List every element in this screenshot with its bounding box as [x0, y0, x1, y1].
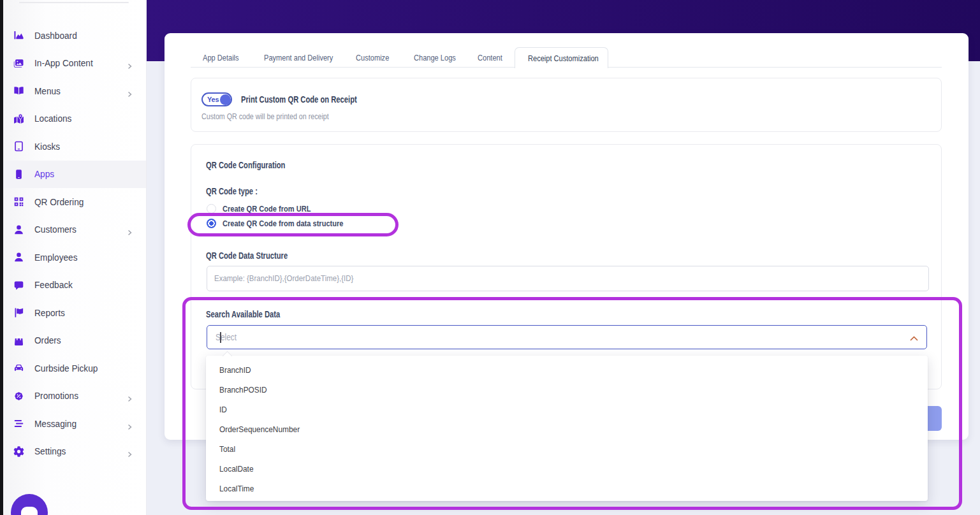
tab-receipt-customization[interactable]: Receipt Customization [515, 47, 608, 68]
chevron-right-icon [127, 88, 133, 94]
in-app-content-icon [13, 57, 24, 69]
sidebar-item-curbside-pickup[interactable]: Curbside Pickup [3, 354, 146, 382]
chevron-right-icon [127, 61, 133, 66]
dashboard-icon [13, 30, 24, 41]
sidebar-item-customers[interactable]: Customers [3, 216, 146, 244]
dropdown-option-branchid[interactable]: BranchID [206, 360, 928, 380]
radio-label: Create QR Code from URL [223, 204, 311, 214]
sidebar-item-promotions[interactable]: Promotions [3, 382, 146, 410]
feedback-icon [13, 279, 24, 291]
sidebar-item-in-app-content[interactable]: In-App Content [3, 50, 146, 78]
qr-data-structure-input[interactable] [207, 266, 929, 291]
search-available-data-label: Search Available Data [206, 310, 298, 319]
radio-create-qr-from-url[interactable]: Create QR Code from URL [207, 204, 330, 214]
sidebar-item-label: Reports [34, 307, 65, 319]
messaging-icon [13, 418, 24, 430]
employees-icon [13, 252, 24, 263]
search-data-dropdown: BranchID BranchPOSID ID OrderSequenceNum… [206, 356, 928, 501]
orders-icon [13, 335, 24, 346]
sidebar-item-kiosks[interactable]: Kiosks [3, 133, 146, 161]
qr-config-heading: QR Code Configuration [206, 161, 305, 170]
kiosks-icon [13, 141, 24, 152]
chat-bubble-icon [21, 507, 38, 515]
tab-payment-and-delivery[interactable]: Payment and Delivery [264, 47, 348, 68]
dropdown-option-total[interactable]: Total [206, 439, 928, 459]
sidebar-item-label: QR Ordering [34, 196, 84, 208]
sidebar-item-label: Kiosks [34, 141, 60, 152]
toggle-state-label: Yes [207, 96, 219, 104]
chevron-right-icon [127, 227, 133, 233]
qr-code-configuration-section: QR Code Configuration QR Code type : Cre… [191, 144, 942, 389]
sidebar-item-qr-ordering[interactable]: QR Ordering [3, 188, 146, 216]
dropdown-option-branchposid[interactable]: BranchPOSID [206, 380, 928, 400]
chevron-right-icon [127, 449, 133, 454]
sidebar-item-menus[interactable]: Menus [3, 77, 146, 105]
dropdown-option-localtime[interactable]: LocalTime [206, 479, 928, 498]
text-caret [220, 332, 221, 343]
sidebar-item-feedback[interactable]: Feedback [3, 272, 146, 300]
dropdown-option-id[interactable]: ID [206, 400, 928, 419]
sidebar-item-settings[interactable]: Settings [3, 438, 146, 466]
qr-type-label: QR Code type : [206, 187, 270, 196]
tab-label: Payment and Delivery [264, 53, 333, 62]
sidebar-item-label: Feedback [34, 279, 73, 291]
qr-data-structure-label: QR Code Data Structure [206, 251, 308, 261]
search-available-data-select[interactable]: Select [207, 325, 927, 349]
qr-ordering-icon [13, 196, 24, 208]
sidebar-item-label: Curbside Pickup [34, 363, 98, 374]
radio-label: Create QR Code from data structure [223, 219, 343, 228]
print-qr-toggle[interactable]: Yes [201, 92, 232, 106]
locations-icon [13, 113, 24, 124]
tab-label: App Details [203, 53, 239, 62]
reports-icon [13, 307, 24, 319]
toggle-knob [220, 94, 231, 105]
menus-icon [13, 85, 24, 97]
radio-button-selected-icon[interactable] [207, 219, 216, 228]
chevron-up-icon[interactable] [910, 333, 918, 341]
apps-icon [13, 168, 24, 180]
sidebar-item-orders[interactable]: Orders [3, 327, 146, 355]
tab-app-details[interactable]: App Details [203, 47, 247, 68]
sidebar-item-label: Promotions [34, 390, 78, 402]
sidebar-item-label: Orders [34, 335, 61, 346]
tab-bar: App Details Payment and Delivery Customi… [191, 47, 942, 68]
sidebar-item-label: In-App Content [34, 57, 93, 69]
main-area: App Details Payment and Delivery Customi… [147, 0, 980, 515]
sidebar-item-reports[interactable]: Reports [3, 299, 146, 327]
print-qr-description: Custom QR code will be printed on receip… [201, 112, 357, 121]
sidebar-item-apps[interactable]: Apps [3, 161, 146, 189]
radio-button-icon[interactable] [207, 204, 216, 214]
tab-label: Receipt Customization [528, 54, 599, 63]
tab-content[interactable]: Content [478, 47, 508, 68]
radio-create-qr-from-data-structure[interactable]: Create QR Code from data structure [207, 219, 370, 228]
curbside-pickup-icon [13, 363, 24, 374]
customers-icon [13, 224, 24, 235]
tab-customize[interactable]: Customize [356, 47, 397, 68]
sidebar-top-divider [19, 2, 129, 3]
sidebar-item-locations[interactable]: Locations [3, 105, 146, 133]
select-placeholder: Select [216, 333, 240, 342]
chevron-right-icon [127, 421, 133, 426]
sidebar-item-label: Settings [34, 446, 66, 457]
sidebar-item-label: Apps [34, 168, 54, 180]
sidebar-nav: Dashboard In-App Content Menus Loc [3, 22, 146, 465]
sidebar-item-label: Menus [34, 85, 61, 97]
print-qr-title: Print Custom QR Code on Receipt [241, 95, 386, 105]
sidebar-item-dashboard[interactable]: Dashboard [3, 22, 146, 50]
tab-label: Change Logs [414, 53, 456, 62]
left-edge-strip [0, 0, 3, 515]
promotions-icon [13, 390, 24, 402]
chevron-right-icon [127, 393, 133, 399]
sidebar-item-label: Customers [34, 224, 77, 235]
dropdown-option-localdate[interactable]: LocalDate [206, 459, 928, 479]
sidebar: Dashboard In-App Content Menus Loc [3, 0, 147, 515]
tab-change-logs[interactable]: Change Logs [414, 47, 465, 68]
tab-label: Content [478, 53, 502, 62]
dropdown-option-ordersequencenumber[interactable]: OrderSequenceNumber [206, 419, 928, 439]
sidebar-item-label: Dashboard [34, 30, 77, 41]
sidebar-item-messaging[interactable]: Messaging [3, 410, 146, 438]
tab-label: Customize [356, 53, 389, 62]
sidebar-item-label: Messaging [34, 418, 77, 430]
sidebar-item-employees[interactable]: Employees [3, 243, 146, 272]
sidebar-item-label: Locations [34, 113, 71, 124]
